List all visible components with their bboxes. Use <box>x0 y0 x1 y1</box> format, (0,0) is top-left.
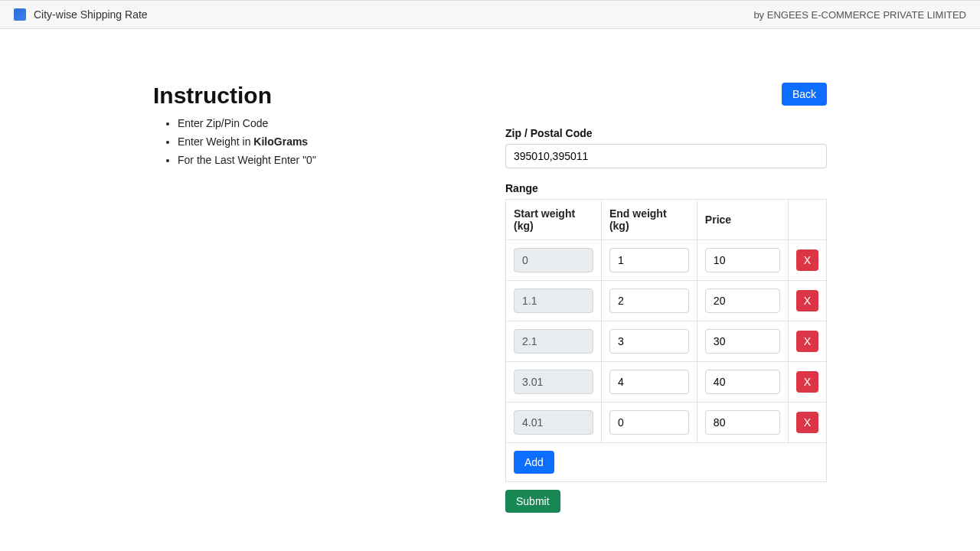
price-input[interactable] <box>705 370 780 394</box>
app-icon <box>14 8 26 21</box>
delete-row-button[interactable]: X <box>796 371 818 393</box>
instruction-list: Enter Zip/Pin Code Enter Weight in KiloG… <box>153 115 475 169</box>
col-actions <box>788 200 826 240</box>
instruction-text: For the Last Weight Enter "0" <box>178 154 316 166</box>
delete-row-button[interactable]: X <box>796 331 818 352</box>
range-table: Start weight (kg) End weight (kg) Price … <box>505 199 827 482</box>
add-button[interactable]: Add <box>514 451 554 474</box>
submit-button[interactable]: Submit <box>505 490 560 513</box>
top-bar: City-wise Shipping Rate by ENGEES E-COMM… <box>0 0 980 29</box>
form-top-actions: Back <box>505 83 827 106</box>
table-row: X <box>506 362 827 403</box>
back-button[interactable]: Back <box>782 83 827 106</box>
instruction-bold: KiloGrams <box>253 135 308 148</box>
zip-group: Zip / Postal Code <box>505 127 827 168</box>
end-weight-input[interactable] <box>609 370 689 394</box>
zip-input[interactable] <box>505 144 827 168</box>
company-name: ENGEES E-COMMERCE PRIVATE LIMITED <box>767 9 966 21</box>
by-line: by ENGEES E-COMMERCE PRIVATE LIMITED <box>753 9 966 21</box>
delete-row-button[interactable]: X <box>796 290 818 311</box>
range-label: Range <box>505 182 827 194</box>
price-input[interactable] <box>705 410 780 435</box>
table-row: X <box>506 321 827 362</box>
table-row: X <box>506 281 827 321</box>
instruction-heading: Instruction <box>153 83 475 109</box>
price-input[interactable] <box>705 289 780 313</box>
end-weight-input[interactable] <box>609 289 689 313</box>
end-weight-input[interactable] <box>609 329 689 354</box>
start-weight-input <box>514 410 593 435</box>
delete-row-button[interactable]: X <box>796 412 818 433</box>
table-row: X <box>506 403 827 443</box>
form-column: Back Zip / Postal Code Range Start weigh… <box>505 83 827 513</box>
instruction-text: Enter Zip/Pin Code <box>178 117 268 129</box>
col-price: Price <box>697 200 788 240</box>
instructions-column: Instruction Enter Zip/Pin Code Enter Wei… <box>153 83 475 169</box>
instruction-item: Enter Weight in KiloGrams <box>178 133 475 152</box>
delete-row-button[interactable]: X <box>796 249 818 271</box>
instruction-item: Enter Zip/Pin Code <box>178 115 475 133</box>
end-weight-input[interactable] <box>609 248 689 272</box>
end-weight-input[interactable] <box>609 410 689 435</box>
zip-label: Zip / Postal Code <box>505 127 827 139</box>
start-weight-input <box>514 370 593 394</box>
start-weight-input <box>514 248 593 272</box>
top-bar-left: City-wise Shipping Rate <box>14 8 148 21</box>
start-weight-input <box>514 289 593 313</box>
start-weight-input <box>514 329 593 354</box>
price-input[interactable] <box>705 248 780 272</box>
price-input[interactable] <box>705 329 780 354</box>
by-prefix: by <box>753 9 766 21</box>
add-row-cell: Add <box>506 443 827 482</box>
col-end: End weight (kg) <box>601 200 697 240</box>
table-row: X <box>506 240 827 281</box>
app-title: City-wise Shipping Rate <box>34 8 148 21</box>
instruction-text: Enter Weight in <box>178 135 253 148</box>
col-start: Start weight (kg) <box>506 200 602 240</box>
instruction-item: For the Last Weight Enter "0" <box>178 152 475 170</box>
main-container: Instruction Enter Zip/Pin Code Enter Wei… <box>145 83 835 513</box>
